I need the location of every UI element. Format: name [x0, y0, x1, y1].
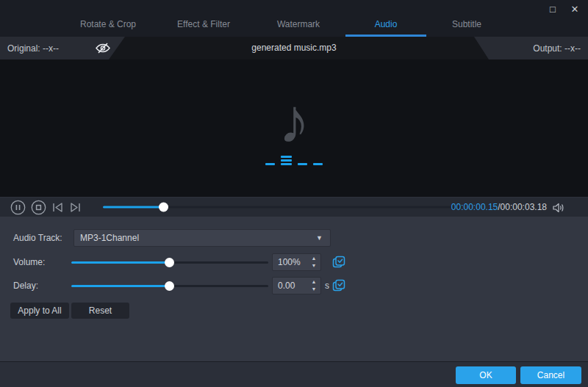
volume-apply-all-button[interactable] [332, 256, 345, 269]
chevron-down-icon: ▼ [316, 234, 323, 242]
speaker-icon [552, 202, 564, 214]
seek-thumb[interactable] [159, 203, 168, 212]
time-total: 00:00:03.18 [501, 202, 547, 212]
volume-fill [71, 261, 170, 264]
dialog-footer: OK Cancel [0, 361, 588, 387]
volume-track[interactable] [71, 261, 268, 264]
output-resolution-tab: Output: --x-- [474, 37, 588, 59]
previous-frame-button[interactable] [51, 202, 64, 213]
volume-thumb[interactable] [165, 258, 174, 267]
apply-all-icon [332, 279, 345, 292]
tab-bar: Rotate & Crop Effect & Filter Watermark … [60, 15, 507, 37]
delay-fill [71, 285, 170, 287]
stop-icon [31, 200, 46, 215]
player-bar: 00:00:00.15/00:00:03.18 [0, 197, 588, 217]
original-resolution-label: Original: --x-- [7, 43, 59, 54]
delay-apply-all-button[interactable] [332, 279, 345, 292]
seek-slider[interactable] [103, 203, 462, 212]
delay-track[interactable] [71, 285, 268, 287]
close-icon[interactable]: ✕ [567, 2, 582, 15]
time-current: 00:00:00.15 [451, 202, 498, 212]
seek-fill [103, 206, 164, 209]
equalizer-dash [298, 163, 307, 165]
ok-button[interactable]: OK [456, 366, 516, 384]
delay-slider[interactable] [0, 277, 268, 294]
pause-icon [10, 200, 26, 215]
window-controls: □ ✕ [545, 2, 582, 15]
file-info-bar: Original: --x-- generated music.mp3 Outp… [0, 37, 588, 59]
pause-button[interactable] [10, 200, 26, 215]
spin-down-icon[interactable]: ▼ [312, 262, 317, 270]
cancel-button[interactable]: Cancel [520, 366, 581, 384]
volume-slider[interactable] [0, 253, 268, 271]
equalizer-dash [265, 163, 275, 165]
tab-watermark[interactable]: Watermark [251, 15, 345, 37]
tab-rotate-crop[interactable]: Rotate & Crop [60, 15, 156, 37]
spin-up-icon[interactable]: ▲ [312, 255, 317, 262]
skip-forward-icon [69, 202, 82, 213]
tab-audio[interactable]: Audio [345, 15, 426, 37]
volume-spin-arrows: ▲ ▼ [307, 254, 320, 270]
reset-button[interactable]: Reset [71, 303, 129, 319]
output-resolution-label: Output: --x-- [533, 43, 581, 54]
apply-all-icon [332, 256, 345, 269]
delay-spinner: 0.00 ▲ ▼ [272, 277, 321, 294]
tab-subtitle[interactable]: Subtitle [426, 15, 507, 37]
audio-settings-panel: Audio Track: MP3-1Channel ▼ Volume: 100%… [0, 217, 588, 361]
delay-value[interactable]: 0.00 [273, 281, 307, 291]
audio-edit-dialog: □ ✕ Rotate & Crop Effect & Filter Waterm… [0, 0, 588, 387]
tab-effect-filter[interactable]: Effect & Filter [156, 15, 251, 37]
seek-track[interactable] [103, 206, 462, 209]
maximize-icon[interactable]: □ [545, 2, 560, 15]
time-display: 00:00:00.15/00:00:03.18 [451, 198, 547, 217]
eye-off-icon [94, 42, 112, 54]
delay-thumb[interactable] [165, 281, 174, 291]
spin-down-icon[interactable]: ▼ [312, 286, 317, 293]
transport-controls [10, 198, 82, 217]
audio-track-dropdown[interactable]: MP3-1Channel ▼ [74, 229, 331, 247]
volume-spinner: 100% ▲ ▼ [272, 253, 321, 271]
equalizer-stack [281, 156, 292, 165]
audio-track-value: MP3-1Channel [80, 233, 316, 243]
delay-spin-arrows: ▲ ▼ [307, 278, 320, 294]
volume-value[interactable]: 100% [273, 257, 307, 267]
stop-button[interactable] [31, 200, 46, 215]
skip-back-icon [51, 202, 64, 213]
preview-toggle-button[interactable] [93, 41, 113, 55]
audio-track-label: Audio Track: [13, 229, 62, 247]
equalizer-icon [265, 155, 323, 165]
spin-up-icon[interactable]: ▲ [312, 278, 317, 286]
music-note-icon: ♪ [279, 89, 310, 152]
equalizer-dash [313, 163, 323, 165]
delay-unit: s [325, 277, 329, 294]
apply-to-all-button[interactable]: Apply to All [10, 303, 69, 319]
next-frame-button[interactable] [69, 202, 82, 213]
preview-area: ♪ [0, 59, 588, 197]
mute-button[interactable] [551, 201, 564, 214]
